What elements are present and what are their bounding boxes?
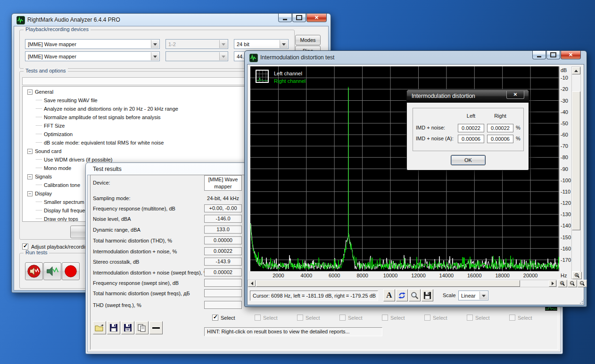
chevron-down-icon[interactable] bbox=[219, 40, 227, 48]
tests-options-group-label: Tests and options bbox=[24, 68, 68, 73]
record-circle-icon bbox=[63, 264, 78, 279]
result-value-box[interactable] bbox=[204, 301, 242, 309]
horizontal-scroll-thumb[interactable] bbox=[256, 280, 520, 287]
tree-item-label: Smaller spectrum bbox=[44, 199, 84, 205]
scale-select[interactable]: Linear bbox=[458, 291, 488, 300]
db-tick-label: -60 bbox=[561, 132, 568, 138]
scroll-left-button[interactable] bbox=[248, 280, 256, 287]
imd-noise-a-right-field[interactable]: 0.00006 bbox=[487, 135, 513, 143]
select-checkbox[interactable] bbox=[339, 315, 346, 321]
result-value-box[interactable]: +0.00, -0.00 bbox=[204, 204, 242, 212]
bit-depth-select[interactable]: 24 bit bbox=[234, 39, 289, 49]
result-value-box[interactable]: 0.00022 bbox=[204, 247, 242, 255]
ok-button[interactable]: OK bbox=[451, 155, 486, 165]
select-checkbox[interactable] bbox=[297, 315, 303, 321]
db-tick-label: -110 bbox=[561, 189, 570, 194]
select-checkbox[interactable] bbox=[212, 315, 218, 321]
tree-expander-icon[interactable]: − bbox=[27, 149, 33, 154]
column-header-right: Right bbox=[487, 113, 513, 119]
chevron-down-icon[interactable] bbox=[479, 291, 488, 299]
zoom-tool-button[interactable] bbox=[409, 289, 421, 301]
result-value-box[interactable]: 133.0 bbox=[204, 226, 242, 234]
adjust-levels-checkbox[interactable] bbox=[22, 243, 28, 250]
imd-noise-left-field[interactable]: 0.00022 bbox=[458, 124, 484, 132]
chevron-down-icon[interactable] bbox=[219, 52, 227, 60]
select-checkbox-label: Select bbox=[221, 315, 235, 321]
result-value-box[interactable] bbox=[204, 289, 242, 297]
close-button[interactable]: ✕ bbox=[306, 14, 327, 22]
zoom-out-horizontal-button[interactable]: − bbox=[568, 280, 577, 287]
result-value-box[interactable]: 0.00000 bbox=[204, 236, 242, 244]
play-test-button[interactable] bbox=[43, 262, 61, 280]
modes-button[interactable]: Modes bbox=[295, 35, 321, 45]
tree-expander-icon[interactable]: − bbox=[27, 191, 33, 196]
select-checkbox[interactable] bbox=[509, 315, 515, 321]
select-checkbox[interactable] bbox=[382, 315, 388, 321]
chevron-down-icon[interactable] bbox=[280, 40, 288, 48]
result-row-label: Device: bbox=[93, 180, 110, 186]
select-checkbox-row: Select bbox=[339, 315, 363, 321]
result-value-box[interactable]: 0.00002 bbox=[204, 268, 242, 276]
select-checkbox[interactable] bbox=[424, 315, 430, 321]
maximize-button[interactable] bbox=[546, 51, 560, 59]
tree-expander-icon[interactable]: − bbox=[27, 174, 33, 179]
minimize-button[interactable] bbox=[532, 51, 546, 59]
maximize-button[interactable] bbox=[292, 14, 306, 22]
tree-connector bbox=[36, 218, 42, 219]
open-results-button[interactable] bbox=[93, 321, 106, 334]
tree-connector bbox=[36, 159, 42, 160]
zoom-in-vertical-button[interactable]: + bbox=[572, 272, 582, 279]
select-checkbox-row: Select bbox=[509, 315, 532, 321]
save-floppy-icon bbox=[423, 291, 431, 299]
run-tests-group-label: Run tests bbox=[24, 250, 49, 255]
imd-test-window: Intermodulation distortion test ✕ Left c… bbox=[244, 50, 587, 307]
imd-noise-right-field[interactable]: 0.00022 bbox=[487, 124, 513, 132]
imd-noise-a-left-field[interactable]: 0.00006 bbox=[458, 135, 484, 143]
save-image-button[interactable] bbox=[421, 289, 433, 301]
db-tick-label: -150 bbox=[561, 235, 571, 240]
playback-channels-select[interactable]: 1-2 bbox=[165, 39, 228, 49]
scroll-right-button[interactable] bbox=[549, 280, 556, 287]
db-axis-unit: dB bbox=[561, 67, 567, 73]
result-value-box[interactable]: [MME] Wave mapper bbox=[204, 175, 242, 191]
chevron-down-icon[interactable] bbox=[151, 40, 159, 48]
font-button[interactable]: A bbox=[383, 289, 395, 301]
vertical-scroll-thumb[interactable] bbox=[572, 91, 580, 230]
hz-tick-label: 4000 bbox=[301, 273, 312, 278]
result-row-label: Frequency response (multitone), dB bbox=[93, 206, 175, 211]
tree-item-label: Draw only tops bbox=[44, 216, 78, 222]
recording-channels-select[interactable] bbox=[165, 51, 228, 61]
playback-device-select[interactable]: [MME] Wave mapper bbox=[25, 39, 160, 49]
db-tick-label: -80 bbox=[561, 154, 568, 160]
scroll-up-button[interactable] bbox=[572, 67, 580, 74]
select-checkbox-label: Select bbox=[475, 315, 490, 321]
minimize-button[interactable] bbox=[278, 14, 292, 22]
select-checkbox[interactable] bbox=[255, 315, 261, 321]
save-results-button[interactable] bbox=[107, 321, 120, 334]
main-window-title: RightMark Audio Analyzer 6.4.4 PRO bbox=[27, 16, 120, 23]
play-record-test-button[interactable] bbox=[25, 262, 43, 280]
hz-tick-label: 2000 bbox=[273, 273, 284, 278]
tree-connector bbox=[36, 108, 42, 109]
select-checkbox[interactable] bbox=[467, 315, 473, 321]
percent-unit: % bbox=[516, 136, 521, 141]
close-button[interactable]: ✕ bbox=[561, 51, 581, 59]
copy-report-button[interactable] bbox=[135, 321, 149, 334]
resize-grip[interactable] bbox=[579, 299, 584, 304]
record-button[interactable] bbox=[62, 262, 80, 280]
save-selected-results-button[interactable] bbox=[121, 321, 134, 334]
separator-line-button[interactable] bbox=[149, 321, 163, 334]
result-value-box[interactable] bbox=[204, 279, 242, 287]
chevron-down-icon[interactable] bbox=[151, 52, 159, 60]
horizontal-scrollbar[interactable] bbox=[248, 280, 557, 287]
hz-tick-label: 18000 bbox=[495, 273, 510, 278]
zoom-out-vertical-button[interactable]: − bbox=[578, 280, 587, 287]
tree-expander-icon[interactable]: − bbox=[27, 89, 33, 95]
zoom-in-horizontal-button[interactable]: + bbox=[558, 280, 567, 287]
result-value-box[interactable]: -143.9 bbox=[204, 258, 242, 266]
dialog-close-button[interactable]: ✕ bbox=[506, 91, 524, 99]
refresh-button[interactable] bbox=[396, 289, 408, 301]
recording-device-select[interactable]: [MME] Wave mapper bbox=[25, 51, 160, 61]
vertical-scrollbar[interactable] bbox=[571, 66, 581, 279]
result-value-box[interactable]: -146.0 bbox=[204, 215, 242, 223]
